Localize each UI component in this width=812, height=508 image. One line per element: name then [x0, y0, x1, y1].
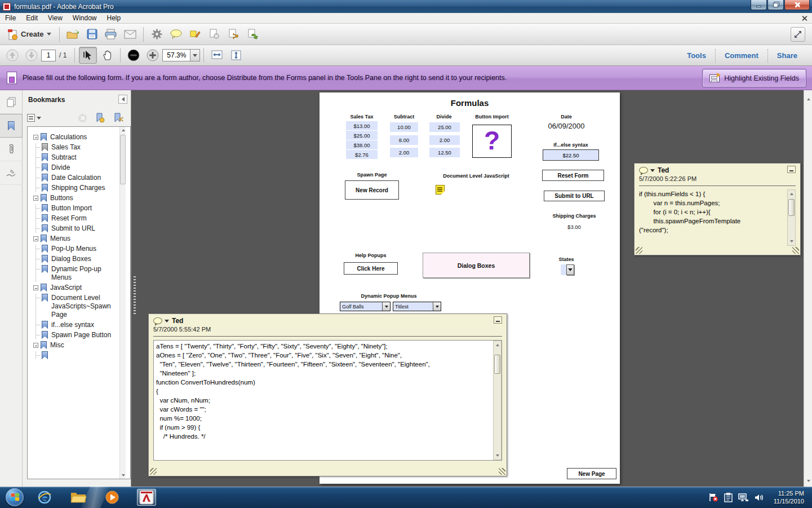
zoom-out-button[interactable]: [125, 47, 143, 64]
signatures-tab[interactable]: [0, 161, 23, 185]
share-pane-link[interactable]: Share: [768, 51, 806, 60]
bookmark-divide[interactable]: Divide: [41, 164, 122, 172]
subtract-field-1[interactable]: 10.00: [390, 122, 418, 132]
collapse-minus-icon[interactable]: [33, 196, 38, 201]
scroll-down-button[interactable]: [494, 452, 501, 460]
bookmark-options-button[interactable]: [27, 114, 41, 122]
scroll-up-button[interactable]: [494, 341, 501, 349]
dropdown-button[interactable]: [566, 264, 574, 275]
sales-tax-field-2[interactable]: $25.00: [346, 131, 378, 140]
fit-page-button[interactable]: [227, 47, 245, 64]
divide-field-1[interactable]: 25.00: [429, 122, 460, 132]
bookmark-dynamic-popup-menus[interactable]: Dynamic Pop-up Menus: [41, 265, 122, 282]
next-page-button[interactable]: [23, 47, 41, 64]
bookmarks-scrollbar[interactable]: [119, 127, 126, 479]
menu-view[interactable]: View: [43, 13, 68, 23]
extract-pages-button[interactable]: [224, 26, 242, 43]
note-options-chevron-icon[interactable]: [650, 169, 655, 172]
document-scrollbar[interactable]: [804, 90, 812, 487]
bookmark-popup-menus[interactable]: Pop-Up Menus: [41, 245, 122, 253]
scroll-down-button[interactable]: [804, 476, 812, 485]
sticky-note-popup-2[interactable]: Ted 5/7/2000 5:55:42 PM aTens = [ "Twent…: [148, 313, 507, 476]
minimize-button[interactable]: [751, 0, 767, 10]
zoom-in-button[interactable]: [144, 47, 162, 64]
attachments-tab[interactable]: [0, 138, 23, 161]
scrollbar-thumb[interactable]: [120, 135, 126, 184]
clipboard-tray-icon[interactable]: [724, 493, 733, 502]
create-button[interactable]: Create: [3, 26, 56, 43]
resize-handle[interactable]: [636, 247, 642, 254]
sticky-note-popup-1[interactable]: Ted 5/7/2000 5:22:26 PM if (this.numFiel…: [634, 163, 801, 255]
bookmark-sales-tax[interactable]: Sales Tax: [41, 143, 122, 152]
action-center-icon[interactable]: [708, 493, 718, 502]
bookmark-shipping-charges[interactable]: Shipping Charges: [41, 184, 122, 192]
menu-edit[interactable]: Edit: [21, 13, 43, 23]
print-button[interactable]: [102, 26, 120, 43]
open-file-button[interactable]: [64, 26, 82, 43]
sales-tax-field-3[interactable]: $38.00: [346, 140, 378, 149]
note-scrollbar[interactable]: [787, 189, 796, 246]
collapse-minus-icon[interactable]: [33, 135, 38, 140]
menu-window[interactable]: Window: [68, 13, 102, 23]
new-bookmark-button[interactable]: [95, 113, 105, 123]
titlest-dropdown[interactable]: Titlest: [393, 302, 441, 311]
dropdown-button[interactable]: [382, 302, 390, 311]
network-icon[interactable]: [738, 493, 749, 502]
bookmark-spawn-page-button[interactable]: Spawn Page Button: [41, 331, 122, 339]
email-button[interactable]: [121, 26, 139, 43]
collapse-minus-icon[interactable]: [33, 285, 38, 290]
export-pages-button[interactable]: [243, 26, 261, 43]
collapse-minus-icon[interactable]: [33, 236, 38, 241]
menu-help[interactable]: Help: [102, 13, 126, 23]
new-bookmark-from-selection-button[interactable]: [113, 113, 124, 123]
volume-icon[interactable]: [755, 493, 764, 502]
resize-handle[interactable]: [150, 468, 157, 475]
new-page-button[interactable]: New Page: [567, 468, 616, 479]
previous-page-button[interactable]: [3, 47, 21, 64]
bookmark-misc[interactable]: Misc: [33, 341, 122, 350]
note-minimize-button[interactable]: [494, 316, 502, 324]
bookmark-submit-to-url[interactable]: Submit to URL: [41, 224, 122, 233]
fit-width-button[interactable]: [208, 47, 226, 64]
dialog-boxes-button[interactable]: Dialog Boxes: [423, 253, 530, 278]
close-button[interactable]: [784, 0, 810, 10]
select-tool-button[interactable]: [79, 47, 97, 64]
zoom-level-value[interactable]: 57.3%: [162, 49, 190, 61]
comment-pane-link[interactable]: Comment: [716, 51, 767, 60]
delete-bookmark-button[interactable]: [78, 114, 87, 122]
bookmark-if-else-syntax[interactable]: if...else syntax: [41, 321, 122, 329]
scroll-down-button[interactable]: [120, 472, 126, 479]
zoom-dropdown-button[interactable]: [190, 49, 200, 61]
note-text-area[interactable]: if (this.numFields < 1) { var n = this.n…: [639, 189, 796, 246]
scroll-up-button[interactable]: [788, 190, 795, 198]
internet-explorer-button[interactable]: [35, 489, 54, 506]
page-number-input[interactable]: [41, 50, 56, 61]
save-button[interactable]: [83, 26, 101, 43]
note-minimize-button[interactable]: [787, 166, 796, 173]
note-text-area[interactable]: aTens = [ "Twenty", "Thirty", "Forty", "…: [153, 340, 502, 461]
note-scrollbar[interactable]: [493, 341, 502, 460]
bookmark-clipped-item[interactable]: [41, 351, 122, 359]
acrobat-taskbar-button[interactable]: [137, 489, 156, 506]
media-player-button[interactable]: [103, 489, 122, 506]
scrollbar-thumb[interactable]: [788, 199, 795, 216]
dropdown-button[interactable]: [433, 302, 441, 311]
if-else-field[interactable]: $22.50: [543, 149, 599, 161]
scroll-down-button[interactable]: [788, 237, 795, 245]
divide-result-field[interactable]: 12.50: [429, 148, 460, 157]
toolbar-expand-button[interactable]: [791, 27, 805, 42]
sales-tax-total-field[interactable]: $2.76: [346, 150, 378, 159]
collapse-minus-icon[interactable]: [33, 343, 38, 348]
bookmark-date-calculation[interactable]: Date Calculation: [41, 174, 122, 182]
close-menubar-icon[interactable]: [801, 15, 807, 21]
comment-button[interactable]: [167, 26, 185, 43]
submit-to-url-button[interactable]: Submit to URL: [544, 191, 605, 201]
click-here-button[interactable]: Click Here: [344, 262, 398, 275]
bookmark-document-level-javascripts[interactable]: Document Level JavaScripts~Spawn Page: [41, 294, 122, 319]
bookmark-dialog-boxes[interactable]: Dialog Boxes: [41, 255, 122, 263]
button-import-button[interactable]: ?: [472, 125, 512, 158]
subtract-field-2[interactable]: 8.00: [390, 135, 418, 145]
bookmark-reset-form[interactable]: Reset Form: [41, 214, 122, 223]
golf-balls-dropdown[interactable]: Golf Balls: [340, 302, 391, 311]
states-dropdown[interactable]: [561, 264, 574, 275]
